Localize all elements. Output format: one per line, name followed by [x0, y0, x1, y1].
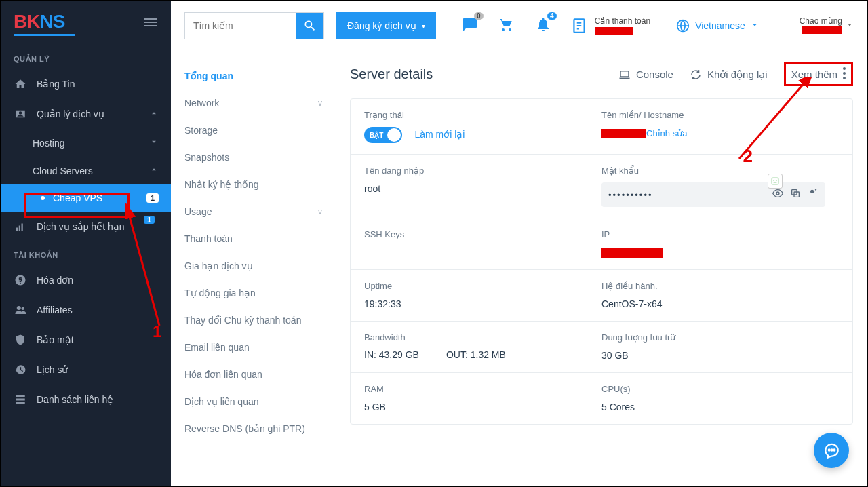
svg-point-14 — [843, 67, 846, 70]
svg-rect-1 — [144, 22, 157, 23]
svg-point-7 — [22, 307, 25, 311]
os-value: CentOS-7-x64 — [601, 298, 662, 309]
svg-rect-4 — [19, 226, 20, 231]
sidebar-item-history[interactable]: Lịch sử — [1, 355, 171, 385]
password-mask: •••••••••• — [608, 190, 766, 200]
chat-count: 0 — [474, 12, 484, 20]
eye-icon[interactable] — [772, 188, 783, 201]
chevron-down-icon — [149, 137, 159, 149]
receipt-icon — [570, 17, 588, 35]
user-menu[interactable]: Chào mừng — [800, 16, 853, 36]
password-label: Mật khẩu — [601, 165, 839, 176]
subnav-related-email[interactable]: Email liên quan — [171, 334, 336, 361]
redacted — [601, 129, 646, 138]
subnav-network[interactable]: Networkv — [171, 90, 336, 117]
svg-rect-13 — [620, 71, 629, 76]
os-label: Hệ điều hành. — [601, 281, 839, 291]
svg-point-25 — [829, 449, 830, 450]
sidebar-item-services[interactable]: Quản lý dịch vụ — [1, 99, 171, 129]
top-icons: 0 4 — [462, 16, 551, 35]
sidebar-item-cloud-servers[interactable]: Cloud Servers — [1, 157, 171, 184]
svg-point-15 — [843, 72, 846, 75]
subnav-reverse-dns[interactable]: Reverse DNS (bản ghi PTR) — [171, 415, 336, 442]
bandwidth-label: Bandwidth — [364, 332, 601, 343]
svg-rect-9 — [16, 399, 25, 401]
chevron-up-icon — [149, 165, 159, 176]
console-button[interactable]: Console — [618, 69, 673, 81]
ip-label: IP — [601, 229, 839, 239]
search-box — [184, 12, 324, 39]
subnav-related-invoice[interactable]: Hóa đơn liên quan — [171, 361, 336, 388]
svg-rect-5 — [22, 224, 23, 231]
welcome-label: Chào mừng — [800, 16, 842, 26]
sidebar-item-hosting[interactable]: Hosting — [1, 129, 171, 157]
svg-point-6 — [17, 306, 21, 310]
language-label: Vietnamese — [695, 20, 745, 31]
svg-rect-2 — [144, 25, 157, 26]
copy-icon[interactable] — [790, 188, 801, 201]
svg-point-27 — [833, 449, 835, 450]
login-value: root — [364, 183, 380, 194]
redacted — [802, 26, 842, 34]
annotation-arrow-1 — [125, 203, 166, 332]
language-selector[interactable]: Vietnamese — [676, 19, 759, 33]
cpu-value: 5 Cores — [601, 402, 635, 412]
edit-hostname-link[interactable]: Chỉnh sửa — [646, 128, 687, 138]
subnav-related-service[interactable]: Dịch vụ liên quan — [171, 388, 336, 415]
cart-icon[interactable] — [498, 16, 515, 35]
ram-label: RAM — [364, 384, 601, 394]
svg-rect-10 — [16, 402, 25, 404]
chevron-down-icon — [845, 21, 853, 31]
refresh-link[interactable]: Làm mới lại — [414, 129, 465, 140]
svg-rect-3 — [16, 228, 18, 231]
subnav-renew[interactable]: Gia hạn dịch vụ — [171, 252, 336, 279]
chat-icon[interactable]: 0 — [462, 16, 478, 35]
svg-point-16 — [843, 77, 846, 79]
sidebar-item-contacts[interactable]: Danh sách liên hệ — [1, 385, 171, 414]
svg-point-17 — [776, 192, 779, 195]
chat-widget[interactable] — [814, 433, 849, 468]
key-icon[interactable] — [808, 188, 818, 201]
nav-label: Hosting — [33, 138, 64, 149]
status-toggle[interactable]: BẬT — [364, 127, 402, 143]
nav-label: Bảo mật — [37, 334, 74, 345]
uptime-value: 19:32:33 — [364, 298, 401, 309]
globe-icon — [676, 19, 690, 33]
history-icon — [14, 363, 27, 376]
section-management: QUẢN LÝ — [1, 45, 171, 69]
bandwidth-in: IN: 43.29 GB — [364, 349, 419, 360]
annotation-box-1 — [24, 193, 130, 218]
subnav-usage[interactable]: Usagev — [171, 198, 336, 225]
toggle-knob — [387, 128, 401, 142]
register-button[interactable]: Đăng ký dịch vụ ▾ — [336, 12, 436, 39]
svg-rect-22 — [772, 178, 778, 184]
subnav-snapshots[interactable]: Snapshots — [171, 144, 336, 171]
subnav-autorenew[interactable]: Tự động gia hạn — [171, 279, 336, 307]
subnav-change-cycle[interactable]: Thay đổi Chu kỳ thanh toán — [171, 307, 336, 334]
subnav-overview[interactable]: Tổng quan — [171, 62, 336, 90]
subnav-storage[interactable]: Storage — [171, 117, 336, 144]
search-button[interactable] — [296, 13, 323, 39]
ram-value: 5 GB — [364, 402, 386, 412]
svg-point-26 — [831, 449, 832, 450]
nav-label: Dịch vụ sắp hết hạn — [37, 221, 125, 232]
subnav-payment[interactable]: Thanh toán — [171, 225, 336, 252]
dots-vertical-icon — [843, 67, 846, 81]
search-icon — [303, 19, 317, 33]
menu-toggle-icon[interactable] — [142, 14, 159, 33]
main-area: Đăng ký dịch vụ ▾ 0 4 — [171, 1, 867, 486]
sidebar-item-news[interactable]: Bảng Tin — [1, 69, 171, 99]
payment-due[interactable]: Cần thanh toán — [570, 16, 650, 35]
notif-count: 4 — [547, 12, 557, 20]
notification-icon[interactable]: 4 — [535, 16, 551, 35]
annotation-number-1: 1 — [153, 322, 161, 341]
nav-label: Lịch sử — [37, 364, 68, 375]
nav-label: Affiliates — [37, 305, 73, 315]
chevron-icon: v — [318, 207, 322, 216]
logo[interactable]: BKNS — [14, 11, 75, 36]
password-manager-icon[interactable] — [768, 174, 783, 189]
search-input[interactable] — [185, 13, 296, 39]
chat-dots-icon — [823, 442, 840, 459]
chevron-down-icon: ▾ — [422, 22, 425, 30]
subnav-systemlog[interactable]: Nhật ký hệ thống — [171, 171, 336, 198]
